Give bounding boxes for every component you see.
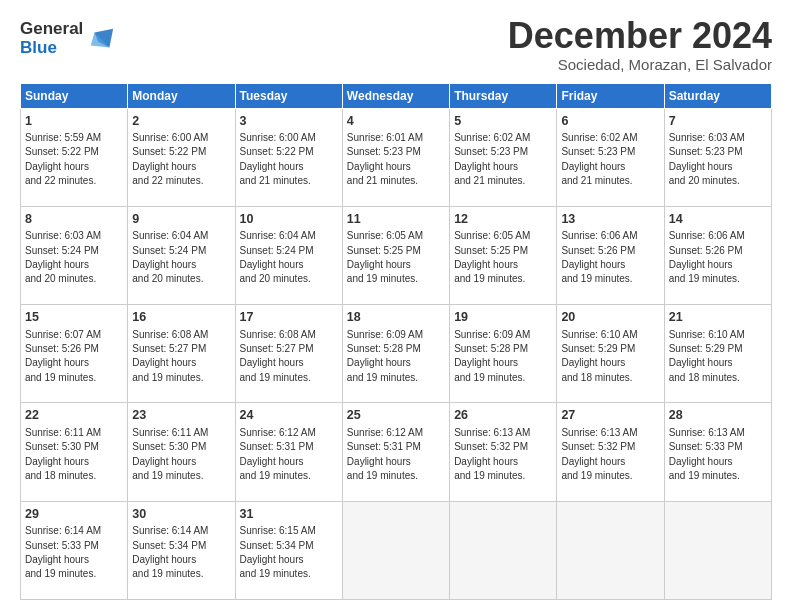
logo-general: General [20,20,83,39]
day-info: Sunrise: 6:13 AMSunset: 5:32 PMDaylight … [454,427,530,481]
header-cell-thursday: Thursday [450,83,557,108]
calendar-body: 1Sunrise: 5:59 AMSunset: 5:22 PMDaylight… [21,108,772,599]
subtitle: Sociedad, Morazan, El Salvador [508,56,772,73]
day-number: 11 [347,211,445,229]
day-number: 18 [347,309,445,327]
calendar-cell: 13Sunrise: 6:06 AMSunset: 5:26 PMDayligh… [557,206,664,304]
day-number: 2 [132,113,230,131]
calendar-cell: 6Sunrise: 6:02 AMSunset: 5:23 PMDaylight… [557,108,664,206]
header-row: SundayMondayTuesdayWednesdayThursdayFrid… [21,83,772,108]
day-number: 19 [454,309,552,327]
calendar-week-4: 22Sunrise: 6:11 AMSunset: 5:30 PMDayligh… [21,403,772,501]
day-number: 3 [240,113,338,131]
day-info: Sunrise: 6:12 AMSunset: 5:31 PMDaylight … [240,427,316,481]
day-info: Sunrise: 6:10 AMSunset: 5:29 PMDaylight … [561,329,637,383]
header-cell-monday: Monday [128,83,235,108]
calendar-cell: 28Sunrise: 6:13 AMSunset: 5:33 PMDayligh… [664,403,771,501]
day-info: Sunrise: 6:04 AMSunset: 5:24 PMDaylight … [240,230,316,284]
day-number: 31 [240,506,338,524]
calendar-cell: 17Sunrise: 6:08 AMSunset: 5:27 PMDayligh… [235,305,342,403]
header-cell-tuesday: Tuesday [235,83,342,108]
day-info: Sunrise: 6:04 AMSunset: 5:24 PMDaylight … [132,230,208,284]
calendar-cell: 27Sunrise: 6:13 AMSunset: 5:32 PMDayligh… [557,403,664,501]
calendar-cell: 24Sunrise: 6:12 AMSunset: 5:31 PMDayligh… [235,403,342,501]
calendar-cell: 2Sunrise: 6:00 AMSunset: 5:22 PMDaylight… [128,108,235,206]
day-number: 16 [132,309,230,327]
header-cell-sunday: Sunday [21,83,128,108]
day-number: 23 [132,407,230,425]
day-info: Sunrise: 6:15 AMSunset: 5:34 PMDaylight … [240,525,316,579]
logo: General Blue [20,20,115,57]
calendar-cell: 18Sunrise: 6:09 AMSunset: 5:28 PMDayligh… [342,305,449,403]
calendar-table: SundayMondayTuesdayWednesdayThursdayFrid… [20,83,772,600]
calendar-cell: 26Sunrise: 6:13 AMSunset: 5:32 PMDayligh… [450,403,557,501]
day-number: 25 [347,407,445,425]
calendar-cell: 11Sunrise: 6:05 AMSunset: 5:25 PMDayligh… [342,206,449,304]
calendar-cell: 5Sunrise: 6:02 AMSunset: 5:23 PMDaylight… [450,108,557,206]
calendar-cell: 31Sunrise: 6:15 AMSunset: 5:34 PMDayligh… [235,501,342,599]
calendar-cell: 8Sunrise: 6:03 AMSunset: 5:24 PMDaylight… [21,206,128,304]
day-number: 21 [669,309,767,327]
calendar-week-1: 1Sunrise: 5:59 AMSunset: 5:22 PMDaylight… [21,108,772,206]
calendar-cell: 12Sunrise: 6:05 AMSunset: 5:25 PMDayligh… [450,206,557,304]
page: General Blue December 2024 Sociedad, Mor… [0,0,792,612]
day-info: Sunrise: 6:09 AMSunset: 5:28 PMDaylight … [454,329,530,383]
day-number: 13 [561,211,659,229]
day-info: Sunrise: 6:03 AMSunset: 5:24 PMDaylight … [25,230,101,284]
calendar-cell: 7Sunrise: 6:03 AMSunset: 5:23 PMDaylight… [664,108,771,206]
header-cell-friday: Friday [557,83,664,108]
day-info: Sunrise: 6:00 AMSunset: 5:22 PMDaylight … [240,132,316,186]
calendar-week-3: 15Sunrise: 6:07 AMSunset: 5:26 PMDayligh… [21,305,772,403]
calendar-cell: 10Sunrise: 6:04 AMSunset: 5:24 PMDayligh… [235,206,342,304]
day-info: Sunrise: 6:02 AMSunset: 5:23 PMDaylight … [454,132,530,186]
day-number: 17 [240,309,338,327]
calendar-cell: 21Sunrise: 6:10 AMSunset: 5:29 PMDayligh… [664,305,771,403]
day-info: Sunrise: 6:12 AMSunset: 5:31 PMDaylight … [347,427,423,481]
title-block: December 2024 Sociedad, Morazan, El Salv… [508,16,772,73]
calendar-week-2: 8Sunrise: 6:03 AMSunset: 5:24 PMDaylight… [21,206,772,304]
calendar-cell: 19Sunrise: 6:09 AMSunset: 5:28 PMDayligh… [450,305,557,403]
calendar-cell: 4Sunrise: 6:01 AMSunset: 5:23 PMDaylight… [342,108,449,206]
day-info: Sunrise: 6:11 AMSunset: 5:30 PMDaylight … [25,427,101,481]
day-number: 15 [25,309,123,327]
day-info: Sunrise: 6:11 AMSunset: 5:30 PMDaylight … [132,427,208,481]
day-info: Sunrise: 6:13 AMSunset: 5:33 PMDaylight … [669,427,745,481]
calendar-header: SundayMondayTuesdayWednesdayThursdayFrid… [21,83,772,108]
day-number: 27 [561,407,659,425]
day-info: Sunrise: 6:00 AMSunset: 5:22 PMDaylight … [132,132,208,186]
day-number: 10 [240,211,338,229]
day-info: Sunrise: 6:06 AMSunset: 5:26 PMDaylight … [669,230,745,284]
calendar-cell: 16Sunrise: 6:08 AMSunset: 5:27 PMDayligh… [128,305,235,403]
header-cell-wednesday: Wednesday [342,83,449,108]
calendar-cell: 14Sunrise: 6:06 AMSunset: 5:26 PMDayligh… [664,206,771,304]
calendar-cell: 3Sunrise: 6:00 AMSunset: 5:22 PMDaylight… [235,108,342,206]
day-info: Sunrise: 6:05 AMSunset: 5:25 PMDaylight … [347,230,423,284]
day-info: Sunrise: 6:07 AMSunset: 5:26 PMDaylight … [25,329,101,383]
calendar-cell: 22Sunrise: 6:11 AMSunset: 5:30 PMDayligh… [21,403,128,501]
day-info: Sunrise: 6:08 AMSunset: 5:27 PMDaylight … [132,329,208,383]
day-number: 5 [454,113,552,131]
header-cell-saturday: Saturday [664,83,771,108]
day-number: 8 [25,211,123,229]
day-number: 9 [132,211,230,229]
day-number: 30 [132,506,230,524]
day-number: 24 [240,407,338,425]
calendar-cell: 1Sunrise: 5:59 AMSunset: 5:22 PMDaylight… [21,108,128,206]
day-info: Sunrise: 6:01 AMSunset: 5:23 PMDaylight … [347,132,423,186]
day-number: 14 [669,211,767,229]
calendar-cell: 23Sunrise: 6:11 AMSunset: 5:30 PMDayligh… [128,403,235,501]
day-info: Sunrise: 6:05 AMSunset: 5:25 PMDaylight … [454,230,530,284]
calendar-cell: 15Sunrise: 6:07 AMSunset: 5:26 PMDayligh… [21,305,128,403]
day-number: 20 [561,309,659,327]
logo-icon [87,25,115,53]
calendar-cell [664,501,771,599]
day-number: 28 [669,407,767,425]
logo-blue: Blue [20,39,83,58]
calendar-cell [450,501,557,599]
day-info: Sunrise: 6:13 AMSunset: 5:32 PMDaylight … [561,427,637,481]
day-info: Sunrise: 6:10 AMSunset: 5:29 PMDaylight … [669,329,745,383]
calendar-cell: 25Sunrise: 6:12 AMSunset: 5:31 PMDayligh… [342,403,449,501]
day-info: Sunrise: 6:09 AMSunset: 5:28 PMDaylight … [347,329,423,383]
day-info: Sunrise: 6:14 AMSunset: 5:34 PMDaylight … [132,525,208,579]
calendar-cell: 29Sunrise: 6:14 AMSunset: 5:33 PMDayligh… [21,501,128,599]
